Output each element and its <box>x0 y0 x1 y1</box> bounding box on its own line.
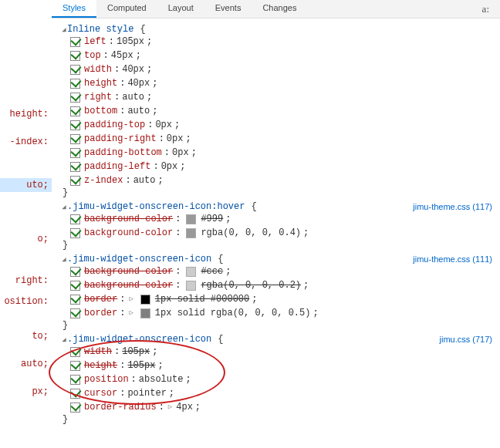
css-declaration[interactable]: border-radius:▷4px; <box>70 400 492 414</box>
declaration-toggle[interactable] <box>70 79 80 89</box>
declaration-toggle[interactable] <box>70 51 80 61</box>
css-declaration[interactable]: width:105px; <box>70 345 492 359</box>
css-declaration[interactable]: z-index:auto; <box>70 173 492 187</box>
css-declaration[interactable]: bottom:auto; <box>70 104 492 118</box>
property-name[interactable]: right <box>84 90 112 104</box>
property-value[interactable]: 0px <box>167 132 184 146</box>
rule-source-link[interactable]: jimu-theme.css (117) <box>413 202 492 211</box>
color-swatch[interactable] <box>186 228 196 238</box>
property-name[interactable]: width <box>84 62 112 76</box>
property-value[interactable]: 0px <box>155 118 172 132</box>
declaration-toggle[interactable] <box>70 403 80 413</box>
declaration-toggle[interactable] <box>70 267 80 277</box>
property-value[interactable]: pointer <box>127 386 166 400</box>
property-name[interactable]: background-color <box>84 264 173 278</box>
property-value[interactable]: 0px <box>161 160 178 173</box>
expand-shorthand-icon[interactable]: ▷ <box>129 306 133 320</box>
property-value[interactable]: absolute <box>139 372 184 386</box>
css-declaration[interactable]: background-color:rgba(0, 0, 0, 0.4); <box>70 226 492 240</box>
declaration-toggle[interactable] <box>70 134 80 144</box>
css-declaration[interactable]: left:105px; <box>70 35 492 49</box>
property-value[interactable]: 1px solid #000000 <box>155 292 249 306</box>
property-value[interactable]: #ccc <box>201 264 223 278</box>
property-name[interactable]: padding-top <box>84 118 145 132</box>
tab-changes[interactable]: Changes <box>252 0 307 18</box>
css-declaration[interactable]: padding-right:0px; <box>70 132 492 146</box>
property-name[interactable]: padding-right <box>84 132 157 146</box>
property-value[interactable]: 0px <box>172 146 189 160</box>
property-name[interactable]: width <box>84 345 112 359</box>
css-declaration[interactable]: background-color:#999; <box>70 212 492 226</box>
css-declaration[interactable]: background-color:rgba(0, 0, 0, 0.2); <box>70 278 492 292</box>
property-name[interactable]: position <box>84 372 129 386</box>
declaration-toggle[interactable] <box>70 65 80 75</box>
rule-selector[interactable]: .jimu-widget-onscreen-icon <box>67 334 211 345</box>
property-name[interactable]: background-color <box>84 278 173 292</box>
declaration-toggle[interactable] <box>70 361 80 371</box>
property-name[interactable]: bottom <box>84 104 117 118</box>
tab-computed[interactable]: Computed <box>96 0 157 18</box>
tab-layout[interactable]: Layout <box>157 0 204 18</box>
rule-selector[interactable]: Inline style <box>67 24 133 35</box>
property-value[interactable]: 1px solid rgba(0, 0, 0, 0.5) <box>155 306 311 320</box>
declaration-toggle[interactable] <box>70 375 80 385</box>
css-declaration[interactable]: height:40px; <box>70 76 492 90</box>
property-name[interactable]: cursor <box>84 386 117 400</box>
property-value[interactable]: rgba(0, 0, 0, 0.2) <box>201 278 301 292</box>
collapse-icon[interactable]: ◢ <box>61 203 67 211</box>
property-value[interactable]: 105px <box>122 345 150 359</box>
css-declaration[interactable]: width:40px; <box>70 62 492 76</box>
property-value[interactable]: 40px <box>122 62 144 76</box>
property-name[interactable]: height <box>84 76 117 90</box>
css-declaration[interactable]: padding-left:0px; <box>70 160 492 173</box>
css-declaration[interactable]: position:absolute; <box>70 372 492 386</box>
property-value[interactable]: #999 <box>201 212 223 226</box>
property-value[interactable]: 105px <box>117 35 144 49</box>
rule-source-link[interactable]: jimu-theme.css (111) <box>413 254 492 264</box>
pseudo-toggle[interactable]: a: <box>478 0 494 19</box>
declaration-toggle[interactable] <box>70 93 80 103</box>
expand-shorthand-icon[interactable]: ▷ <box>129 292 133 306</box>
property-value[interactable]: auto <box>127 104 150 118</box>
color-swatch[interactable] <box>140 295 150 305</box>
tab-events[interactable]: Events <box>204 0 252 18</box>
property-value[interactable]: auto <box>133 173 156 187</box>
declaration-toggle[interactable] <box>70 176 80 186</box>
rule-header[interactable]: ◢.jimu-widget-onscreen-icon{jimu.css (71… <box>61 334 492 345</box>
color-swatch[interactable] <box>140 308 150 318</box>
tab-styles[interactable]: Styles <box>52 0 96 18</box>
property-value[interactable]: 105px <box>127 359 155 372</box>
property-name[interactable]: padding-bottom <box>84 146 162 160</box>
property-value[interactable]: rgba(0, 0, 0, 0.4) <box>201 226 301 240</box>
property-name[interactable]: height <box>84 359 117 372</box>
property-name[interactable]: padding-left <box>84 160 150 173</box>
declaration-toggle[interactable] <box>70 228 80 238</box>
property-name[interactable]: background-color <box>84 212 173 226</box>
property-name[interactable]: border-radius <box>84 400 157 414</box>
property-name[interactable]: z-index <box>84 173 123 187</box>
declaration-toggle[interactable] <box>70 347 80 357</box>
rule-selector[interactable]: .jimu-widget-onscreen-icon <box>67 254 211 264</box>
property-name[interactable]: left <box>84 35 106 49</box>
declaration-toggle[interactable] <box>70 295 80 305</box>
collapse-icon[interactable]: ◢ <box>61 25 67 34</box>
property-name[interactable]: border <box>84 306 117 320</box>
css-declaration[interactable]: top:45px; <box>70 49 492 62</box>
css-declaration[interactable]: border:▷1px solid #000000; <box>70 292 492 306</box>
property-name[interactable]: background-color <box>84 226 173 240</box>
rule-header[interactable]: ◢.jimu-widget-onscreen-icon{jimu-theme.c… <box>61 254 492 264</box>
color-swatch[interactable] <box>186 214 196 224</box>
color-swatch[interactable] <box>186 281 196 291</box>
collapse-icon[interactable]: ◢ <box>61 255 67 264</box>
rule-selector[interactable]: .jimu-widget-onscreen-icon:hover <box>67 201 245 212</box>
declaration-toggle[interactable] <box>70 281 80 291</box>
declaration-toggle[interactable] <box>70 162 80 172</box>
rule-source-link[interactable]: jimu.css (717) <box>440 335 492 344</box>
collapse-icon[interactable]: ◢ <box>61 335 67 344</box>
property-value[interactable]: auto <box>122 90 144 104</box>
css-declaration[interactable]: padding-top:0px; <box>70 118 492 132</box>
property-value[interactable]: 40px <box>127 76 150 90</box>
expand-shorthand-icon[interactable]: ▷ <box>168 400 172 414</box>
css-declaration[interactable]: right:auto; <box>70 90 492 104</box>
declaration-toggle[interactable] <box>70 308 80 318</box>
